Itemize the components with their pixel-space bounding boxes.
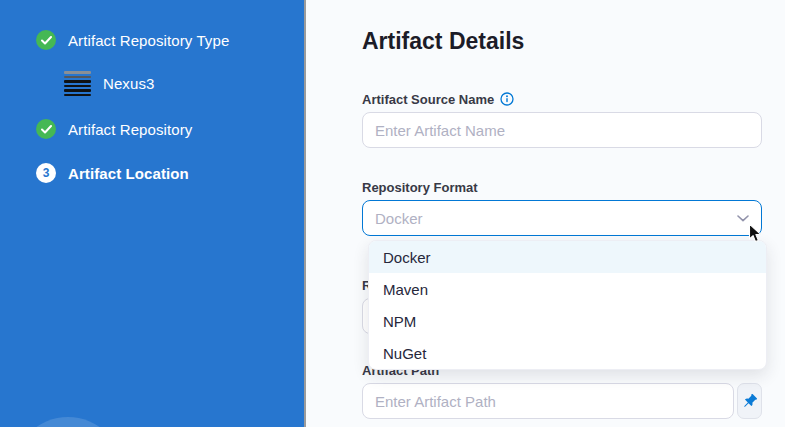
step-label: Artifact Location [68, 165, 189, 182]
wizard-stepper-sidebar: Artifact Repository Type Nexus3 Artifact… [0, 0, 306, 427]
wizard-dialog: Artifact Repository Type Nexus3 Artifact… [0, 0, 785, 427]
step-complete-check-icon [36, 119, 56, 139]
step-number-badge: 3 [36, 163, 56, 183]
info-icon[interactable] [500, 92, 514, 106]
repository-format-value: Docker [375, 210, 423, 227]
pin-button[interactable] [737, 383, 762, 419]
dropdown-option-maven[interactable]: Maven [369, 273, 766, 305]
pin-icon [742, 394, 757, 409]
step-artifact-repository-type[interactable]: Artifact Repository Type [36, 30, 304, 50]
repository-format-field: Repository Format Docker [362, 178, 762, 236]
dropdown-option-docker[interactable]: Docker [369, 241, 766, 273]
step-label: Artifact Repository Type [68, 32, 229, 49]
page-title: Artifact Details [362, 26, 785, 56]
artifact-path-input[interactable] [362, 383, 734, 419]
artifact-source-name-field: Artifact Source Name [362, 90, 762, 148]
substep-nexus3[interactable]: Nexus3 [64, 71, 304, 96]
substep-label: Nexus3 [103, 75, 154, 92]
artifact-details-panel: Artifact Details Artifact Source Name Re… [308, 0, 785, 427]
repository-format-dropdown-menu: Docker Maven NPM NuGet [368, 240, 767, 370]
repository-format-label: Repository Format [362, 178, 762, 196]
artifact-source-name-input[interactable] [362, 112, 762, 148]
chevron-down-icon [737, 215, 749, 222]
nexus3-icon [64, 71, 91, 96]
step-label: Artifact Repository [68, 121, 192, 138]
step-complete-check-icon [36, 30, 56, 50]
dropdown-option-nuget[interactable]: NuGet [369, 337, 766, 369]
artifact-path-input-group [362, 383, 762, 419]
decorative-circle [13, 417, 123, 427]
repository-format-select[interactable]: Docker [362, 200, 762, 236]
step-artifact-location[interactable]: 3 Artifact Location [36, 163, 304, 183]
step-artifact-repository[interactable]: Artifact Repository [36, 119, 304, 139]
artifact-source-name-label: Artifact Source Name [362, 90, 762, 108]
dropdown-option-npm[interactable]: NPM [369, 305, 766, 337]
